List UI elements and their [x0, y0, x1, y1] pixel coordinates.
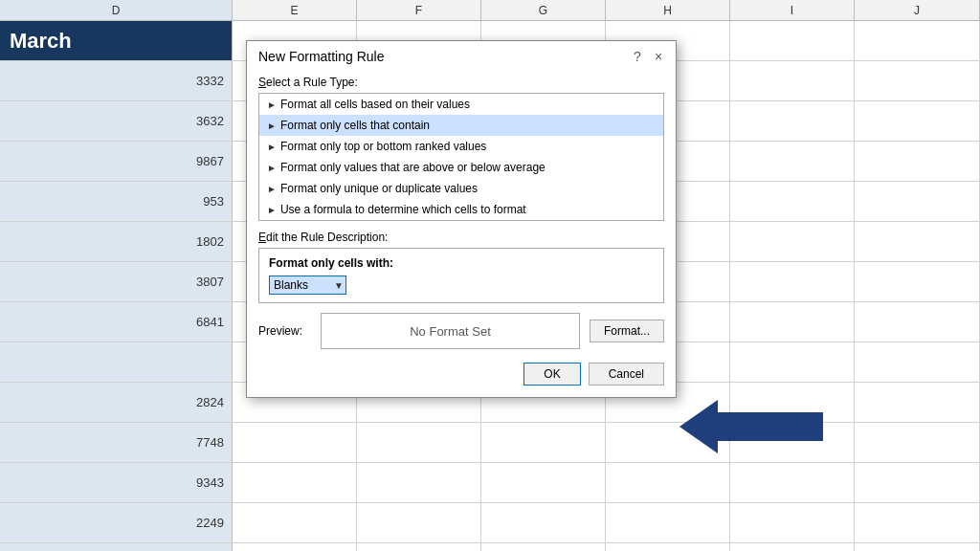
rule-type-item-6[interactable]: ► Use a formula to determine which cells…	[259, 199, 663, 220]
new-formatting-rule-dialog: New Formatting Rule ? × SSelect a Rule T…	[246, 40, 677, 398]
rule-type-item-2[interactable]: ► Format only cells that contain	[259, 115, 663, 136]
rule-type-label-2: Format only cells that contain	[280, 119, 430, 132]
arrow-body	[718, 412, 823, 441]
rule-arrow-icon: ►	[267, 142, 277, 152]
rule-arrow-icon: ►	[267, 121, 277, 131]
rule-type-label-1: Format all cells based on their values	[280, 98, 470, 111]
rule-type-item-3[interactable]: ► Format only top or bottom ranked value…	[259, 136, 663, 157]
dialog-title: New Formatting Rule	[258, 49, 385, 64]
dialog-overlay: New Formatting Rule ? × SSelect a Rule T…	[0, 0, 980, 551]
dialog-close-button[interactable]: ×	[651, 49, 666, 64]
rule-type-label-5: Format only unique or duplicate values	[280, 182, 478, 195]
rule-type-label-3: Format only top or bottom ranked values	[280, 140, 486, 153]
edit-rule-section: Format only cells with: Blanks No Blanks…	[258, 248, 664, 303]
rule-type-item-5[interactable]: ► Format only unique or duplicate values	[259, 178, 663, 199]
preview-box: No Format Set	[321, 313, 580, 349]
preview-row: Preview: No Format Set Format...	[258, 313, 664, 349]
dropdown-row: Blanks No Blanks Errors No Errors ▼	[269, 276, 654, 295]
select-rule-type-label: SSelect a Rule Type:elect a Rule Type:	[258, 76, 664, 89]
dialog-footer: OK Cancel	[258, 363, 664, 386]
arrow-head-icon	[679, 400, 718, 453]
rule-arrow-icon: ►	[267, 163, 277, 173]
rule-arrow-icon: ►	[267, 205, 277, 215]
dialog-titlebar: New Formatting Rule ? ×	[247, 41, 676, 70]
ok-button[interactable]: OK	[523, 363, 580, 386]
dialog-titlebar-buttons: ? ×	[630, 49, 666, 64]
format-button[interactable]: Format...	[590, 320, 664, 342]
format-only-cells-with-label: Format only cells with:	[269, 256, 654, 270]
rule-arrow-icon: ►	[267, 184, 277, 194]
rule-type-item-4[interactable]: ► Format only values that are above or b…	[259, 157, 663, 178]
rule-type-list: ► Format all cells based on their values…	[258, 93, 664, 221]
rule-type-item-1[interactable]: ► Format all cells based on their values	[259, 94, 663, 115]
blanks-dropdown[interactable]: Blanks No Blanks Errors No Errors	[269, 276, 346, 295]
preview-label: Preview:	[258, 324, 311, 338]
dialog-body: SSelect a Rule Type:elect a Rule Type: ►…	[247, 70, 676, 397]
rule-type-label-4: Format only values that are above or bel…	[280, 161, 546, 174]
rule-arrow-icon: ►	[267, 99, 277, 110]
no-format-set-text: No Format Set	[410, 324, 491, 339]
dialog-help-button[interactable]: ?	[630, 49, 645, 64]
rule-type-label-6: Use a formula to determine which cells t…	[280, 203, 526, 216]
blanks-dropdown-wrapper[interactable]: Blanks No Blanks Errors No Errors ▼	[269, 276, 346, 295]
cancel-button[interactable]: Cancel	[589, 363, 664, 386]
arrow-indicator	[679, 400, 823, 453]
edit-rule-description-label: Edit the Rule Description:	[258, 231, 664, 244]
